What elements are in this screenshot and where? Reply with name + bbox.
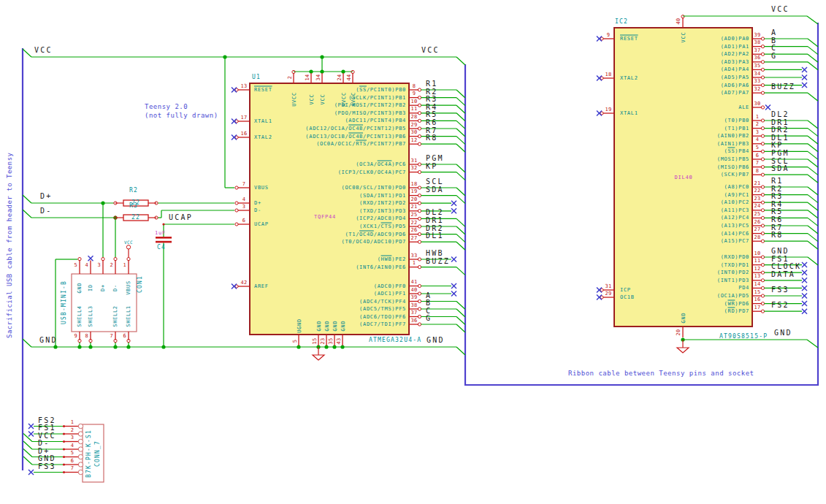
pin-number: 1 — [756, 114, 760, 119]
pin-terminal-icon — [761, 264, 764, 267]
net-label-DATA: DATA — [771, 271, 795, 278]
net-label-BUZZ: BUZZ — [771, 83, 795, 91]
pin-number: 30 — [754, 101, 760, 106]
pin-name: VCC — [321, 94, 326, 105]
pin-number: 12 — [754, 266, 760, 271]
bus-entry — [808, 175, 818, 183]
bus-entry — [808, 257, 818, 265]
pin-number: 7 — [756, 161, 760, 166]
component-ref: IC2 — [615, 19, 628, 25]
net-label-D+: D+ — [38, 448, 50, 455]
bus-entry — [23, 457, 32, 465]
bus-entry — [456, 164, 465, 172]
pin-number: 2 — [110, 263, 113, 268]
net-label-GND: GND — [771, 248, 789, 255]
pin-name: UGND — [297, 318, 302, 333]
pin-number: 2 — [287, 75, 292, 79]
pin-name: (AD5)PA5 — [721, 75, 749, 80]
pin-number: 3 — [71, 435, 74, 440]
bus-entry — [456, 98, 465, 106]
pin-number: 5 — [74, 263, 77, 268]
bus-entry — [808, 210, 818, 218]
pin-number: 44 — [346, 74, 351, 80]
pin-terminal-icon — [78, 258, 81, 261]
pin-number: 30 — [410, 130, 417, 135]
pin-name: (A14)PC6 — [721, 231, 749, 236]
net-label-SCL: SCL — [771, 158, 789, 165]
bus-entry — [808, 129, 818, 137]
net-label-R8: R8 — [426, 134, 437, 142]
pin-terminal-icon — [761, 37, 764, 40]
pin-terminal-icon — [114, 258, 117, 261]
net-label-SDA: SDA — [771, 165, 789, 172]
pin-name: (A9)PC1 — [724, 192, 749, 197]
bus-entry — [456, 324, 465, 332]
pin-terminal-icon — [761, 194, 764, 196]
net-label-R7: R7 — [426, 127, 437, 134]
pin-terminal-icon — [162, 223, 164, 225]
pin-number: 26 — [410, 228, 417, 233]
resistor-ref: R2 — [129, 188, 138, 194]
bus-entry — [456, 226, 465, 234]
pin-terminal-icon — [418, 299, 421, 302]
connector-pad-icon — [78, 432, 83, 436]
pin-name: (INT6/AIN0)PE6 — [356, 264, 406, 270]
vcc-power-icon — [126, 245, 130, 249]
bus-entry — [808, 195, 818, 203]
pin-number: 29 — [410, 122, 417, 127]
pin-number: 7 — [71, 466, 74, 471]
pin-name: (T1/OC4D/ADC9)PD6 — [345, 232, 406, 237]
bus-entry — [456, 267, 465, 275]
net-label-G: G — [426, 315, 432, 322]
pin-name: (XCK1/CTS)PD5 — [359, 224, 406, 229]
net-label-G: G — [771, 53, 777, 60]
pin-number: 10 — [410, 99, 417, 104]
net-label-B: B — [426, 299, 432, 307]
net-label-PGM: PGM — [771, 150, 789, 157]
junction-dot — [320, 55, 324, 58]
pin-name: VCC — [310, 94, 315, 105]
pin-name: (SCLK/PCINT1)PB1 — [348, 95, 406, 100]
pin-terminal-icon — [761, 279, 764, 282]
pin-name: SHELL3 — [88, 305, 93, 327]
pin-name: (AD2)PA2 — [721, 52, 749, 57]
pin-terminal-icon — [761, 186, 764, 188]
net-label-SDA: SDA — [426, 186, 444, 194]
pin-terminal-icon — [418, 258, 421, 261]
pin-number: 14 — [305, 74, 310, 80]
net-label-DR1: DR1 — [426, 217, 444, 224]
pin-name: UCAP — [254, 222, 269, 227]
connector-pad-icon — [78, 470, 83, 474]
pin-number: 21 — [410, 205, 417, 210]
pin-name: (OC0B/SCL/INT0)PD0 — [342, 186, 406, 191]
component-package: TQFP44 — [314, 215, 336, 220]
pin-terminal-icon — [761, 61, 764, 64]
resistor-ref: R3 — [129, 203, 138, 209]
pin-terminal-icon — [418, 88, 421, 91]
pin-terminal-icon — [418, 240, 421, 243]
pin-name: (TXD/INT3)PD3 — [359, 208, 406, 213]
pin-name: XTAL1 — [254, 119, 272, 124]
pin-number: 3 — [97, 263, 101, 268]
pin-terminal-icon — [235, 186, 238, 189]
pin-terminal-icon — [761, 45, 764, 48]
pin-name: VBUS — [254, 186, 269, 191]
bus-entry — [456, 242, 465, 250]
pin-terminal-icon — [761, 232, 764, 235]
bus-entry — [456, 137, 465, 145]
bus-entry — [808, 136, 818, 144]
junction-dot — [340, 345, 344, 348]
pin-name: GND — [325, 321, 330, 332]
bus-entry — [808, 167, 818, 175]
pin-name: (ADC13/OC1B/OC4B/PCINT13)PB6 — [305, 134, 406, 139]
pin-name: SHELL1 — [126, 305, 131, 327]
pin-name: (A10)PC2 — [721, 200, 749, 205]
component-part: ATMEGA32U4-A — [369, 337, 421, 343]
pin-number: 6 — [756, 153, 760, 158]
pin-name: (ADC12/OC1A/OC4B/PCINT12)PB5 — [305, 126, 406, 131]
bus-entry — [456, 113, 465, 121]
bus-entry — [807, 340, 818, 348]
pin-terminal-icon — [418, 323, 421, 326]
bus-entry — [808, 187, 818, 195]
pin-name: XTAL1 — [620, 111, 638, 116]
